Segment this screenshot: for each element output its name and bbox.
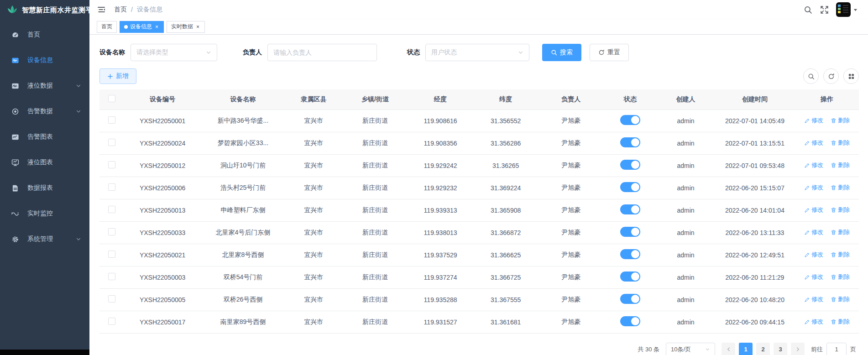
cell-device-id: YXSH22050001 bbox=[124, 110, 201, 132]
sidebar-item-system-settings[interactable]: 系统管理 bbox=[0, 226, 89, 252]
row-checkbox[interactable] bbox=[108, 206, 115, 213]
page-button-2[interactable]: 2 bbox=[756, 343, 770, 355]
cell-district: 宜兴市 bbox=[285, 154, 342, 177]
pen-icon bbox=[804, 185, 810, 191]
status-toggle[interactable] bbox=[620, 115, 640, 125]
row-checkbox[interactable] bbox=[108, 295, 115, 303]
grid-icon[interactable] bbox=[843, 68, 859, 84]
status-toggle[interactable] bbox=[620, 182, 640, 192]
sidebar-item-alarm-chart[interactable]: 告警图表 bbox=[0, 124, 89, 150]
status-toggle[interactable] bbox=[620, 316, 640, 326]
cell-owner: 尹旭豪 bbox=[539, 288, 604, 311]
sidebar-item-level-data[interactable]: 液位数据 bbox=[0, 73, 89, 99]
cell-created-time: 2022-06-20 12:49:51 bbox=[715, 244, 795, 266]
edit-link[interactable]: 修改 bbox=[804, 295, 823, 303]
status-toggle[interactable] bbox=[620, 227, 640, 237]
status-toggle[interactable] bbox=[620, 294, 640, 304]
device-type-select[interactable]: 请选择类型 bbox=[131, 44, 217, 61]
edit-link[interactable]: 修改 bbox=[804, 206, 823, 214]
breadcrumb-separator: / bbox=[131, 6, 133, 13]
delete-link[interactable]: 删除 bbox=[831, 251, 850, 259]
edit-link[interactable]: 修改 bbox=[804, 251, 823, 259]
edit-link[interactable]: 修改 bbox=[804, 139, 823, 147]
edit-link[interactable]: 修改 bbox=[804, 183, 823, 192]
status-toggle[interactable] bbox=[620, 204, 640, 214]
sidebar-item-data-report[interactable]: 数据报表 bbox=[0, 175, 89, 201]
close-icon[interactable]: × bbox=[154, 24, 159, 30]
col-actions: 操作 bbox=[795, 89, 859, 110]
search-icon[interactable] bbox=[803, 68, 819, 84]
row-checkbox[interactable] bbox=[108, 139, 115, 146]
col-device-name: 设备名称 bbox=[201, 89, 285, 110]
realtime-monitor-icon bbox=[11, 209, 19, 218]
row-checkbox[interactable] bbox=[108, 116, 115, 124]
tab-realtime-data[interactable]: 实时数据 × bbox=[167, 21, 205, 33]
goto-page-input[interactable] bbox=[826, 343, 847, 355]
sidebar-item-level-chart[interactable]: 液位图表 bbox=[0, 150, 89, 175]
delete-link[interactable]: 删除 bbox=[831, 116, 850, 125]
sidebar-item-device-info[interactable]: 设备信息 bbox=[0, 47, 89, 73]
row-checkbox[interactable] bbox=[108, 228, 115, 235]
refresh-icon[interactable] bbox=[823, 68, 839, 84]
delete-link[interactable]: 删除 bbox=[831, 183, 850, 192]
cell-latitude: 31.356286 bbox=[473, 132, 539, 154]
sidebar-item-alarm-data[interactable]: 告警数据 bbox=[0, 99, 89, 124]
tab-device-info[interactable]: 设备信息 × bbox=[120, 21, 164, 33]
edit-link-label: 修改 bbox=[811, 273, 823, 281]
table-row: YXSH22050017 南里家89号西侧 宜兴市 新庄街道 119.93152… bbox=[99, 311, 859, 333]
search-button[interactable]: 搜索 bbox=[542, 44, 581, 61]
owner-input[interactable] bbox=[273, 49, 371, 56]
row-checkbox[interactable] bbox=[108, 273, 115, 280]
pen-icon bbox=[804, 274, 810, 280]
col-district: 隶属区县 bbox=[285, 89, 342, 110]
status-toggle[interactable] bbox=[620, 137, 640, 147]
cell-owner: 尹旭豪 bbox=[539, 244, 604, 266]
cell-owner: 尹旭豪 bbox=[539, 311, 604, 333]
delete-link-label: 删除 bbox=[838, 318, 850, 326]
sidebar-item-home[interactable]: 首页 bbox=[0, 22, 89, 47]
top-navbar: 首页 / 设备信息 bbox=[89, 0, 868, 19]
add-button[interactable]: 新增 bbox=[99, 68, 136, 84]
row-checkbox[interactable] bbox=[108, 183, 115, 191]
edit-link[interactable]: 修改 bbox=[804, 161, 823, 169]
next-page-button[interactable] bbox=[791, 343, 805, 355]
tab-home[interactable]: 首页 bbox=[97, 21, 117, 33]
page-buttons: 1 2 3 bbox=[722, 343, 805, 355]
cell-created-time: 2022-06-20 13:11:33 bbox=[715, 221, 795, 244]
tab-label: 实时数据 bbox=[171, 23, 193, 31]
sidebar-item-realtime-monitor[interactable]: 实时监控 bbox=[0, 201, 89, 226]
page-button-3[interactable]: 3 bbox=[774, 343, 787, 355]
page-size-select[interactable]: 10条/页 bbox=[666, 343, 715, 355]
status-toggle[interactable] bbox=[620, 249, 640, 259]
edit-link-label: 修改 bbox=[811, 318, 823, 326]
fullscreen-icon[interactable] bbox=[820, 5, 829, 14]
row-checkbox[interactable] bbox=[108, 161, 115, 168]
search-icon[interactable] bbox=[803, 5, 812, 14]
row-checkbox[interactable] bbox=[108, 318, 115, 325]
edit-link[interactable]: 修改 bbox=[804, 318, 823, 326]
delete-link[interactable]: 删除 bbox=[831, 206, 850, 214]
delete-link[interactable]: 删除 bbox=[831, 318, 850, 326]
delete-link[interactable]: 删除 bbox=[831, 139, 850, 147]
prev-page-button[interactable] bbox=[722, 343, 735, 355]
row-checkbox[interactable] bbox=[108, 251, 115, 258]
edit-link[interactable]: 修改 bbox=[804, 228, 823, 236]
select-all-checkbox[interactable] bbox=[108, 95, 115, 102]
edit-link[interactable]: 修改 bbox=[804, 273, 823, 281]
close-icon[interactable]: × bbox=[195, 24, 200, 30]
breadcrumb-home[interactable]: 首页 bbox=[114, 5, 127, 14]
breadcrumb: 首页 / 设备信息 bbox=[114, 5, 162, 14]
navbar-actions bbox=[803, 2, 858, 17]
reset-button[interactable]: 重置 bbox=[590, 44, 629, 61]
status-select[interactable]: 用户状态 bbox=[425, 44, 529, 61]
status-toggle[interactable] bbox=[620, 271, 640, 282]
page-button-1[interactable]: 1 bbox=[739, 343, 753, 355]
edit-link[interactable]: 修改 bbox=[804, 116, 823, 125]
delete-link[interactable]: 删除 bbox=[831, 228, 850, 236]
status-toggle[interactable] bbox=[620, 160, 640, 170]
delete-link[interactable]: 删除 bbox=[831, 161, 850, 169]
delete-link[interactable]: 删除 bbox=[831, 295, 850, 303]
alarm-data-icon bbox=[11, 107, 19, 115]
delete-link[interactable]: 删除 bbox=[831, 273, 850, 281]
user-menu[interactable] bbox=[836, 2, 858, 17]
